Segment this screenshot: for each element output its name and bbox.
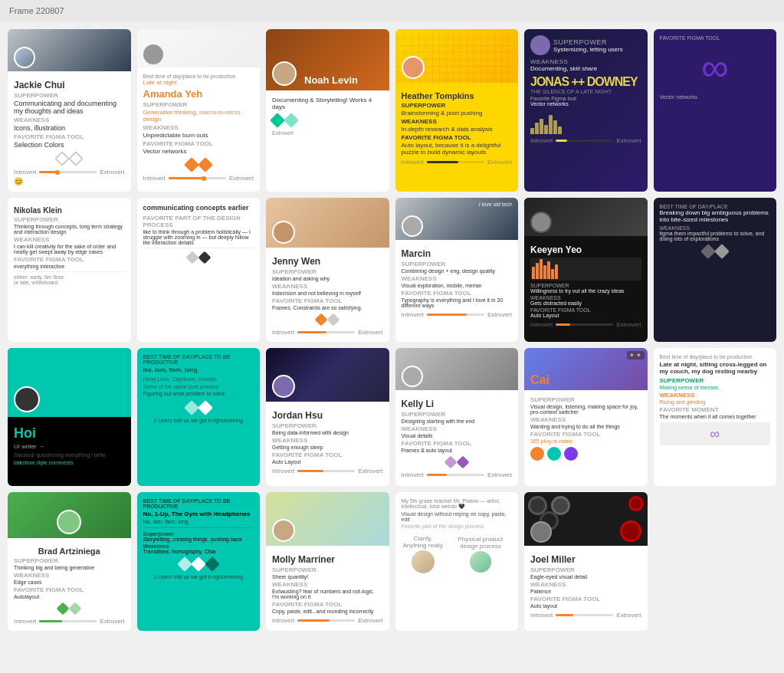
- card-dark-2: Best time of day/place Breaking down big…: [654, 198, 777, 342]
- card-jordan-hsu: Jordan Hsu Superpower Being data-informe…: [266, 348, 389, 486]
- person-name: Jackie Chui: [14, 80, 125, 90]
- card-nikolas-klein: Nikolas Klein Superpower Thinking throug…: [8, 198, 131, 342]
- card-dark-infinity: FAVORITE FIGMA TOOL ∞ Vector networks: [654, 29, 777, 192]
- card-joel-miller: Joel Miller Superpower Eagle-eyed visual…: [524, 492, 648, 631]
- card-noah-levin: Noah Levin Documenting & Storytelling! W…: [266, 29, 389, 192]
- card-jenny-wen: Jenny Wen Superpower Ideation and asking…: [266, 198, 389, 342]
- card-marcin: I love old tech Marcin Superpower Combin…: [395, 198, 519, 342]
- card-jackie-chui: Jackie Chui Superpower Communicating and…: [8, 29, 131, 192]
- main-grid: Jackie Chui Superpower Communicating and…: [0, 21, 784, 639]
- card-kelly-li: Kelly Li Superpower Designing starting w…: [395, 348, 519, 486]
- card-teal-productivity: Best time of day/place to be productive …: [137, 348, 261, 486]
- card-jonas-downey: SUPERPOWER Systemizing, letting users WE…: [524, 29, 648, 192]
- card-keeyen-yeo: Keeyen Yeo Superpower Willingness to try…: [524, 198, 648, 342]
- card-communicating: communicating concepts earlier Favorite …: [137, 198, 261, 342]
- card-abstract: My 5th grade teacher Mr. Platow — artist…: [395, 492, 519, 631]
- card-teal-feature: Best time of day/place to be productive …: [137, 492, 261, 631]
- card-hoi: Hoi UI writer → Stacked/ questioning eve…: [8, 348, 131, 486]
- card-brad-artziniega: Brad Artziniega Superpower Thinking big …: [8, 492, 131, 631]
- card-late-night: Best time of day/place to be productive …: [654, 348, 777, 486]
- card-heather-tompkins: Heather Tompkins Superpower Brainstormin…: [395, 29, 519, 192]
- frame-label: Frame 220807: [0, 0, 784, 21]
- card-cai: Cai ✦ ✦ Superpower Visual design, listen…: [524, 348, 648, 486]
- card-amanda-yeh: Best time of day/place to be productive …: [137, 29, 261, 192]
- card-molly-marriner: Molly Marriner Superpower Sheer quantity…: [266, 492, 389, 631]
